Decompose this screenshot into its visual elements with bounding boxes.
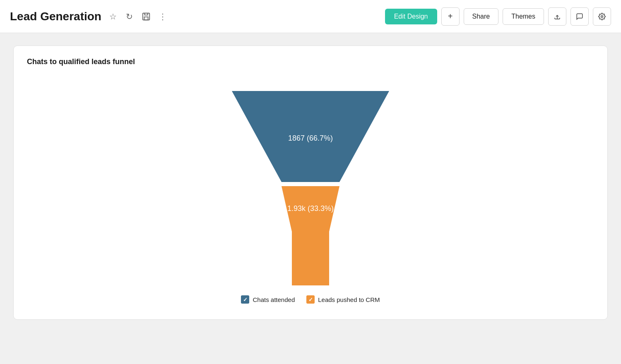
chart-legend: ✓ Chats attended ✓ Leads pushed to CRM — [241, 295, 380, 304]
funnel-container: 1867 (66.7%) 1.93k (33.3%) ✓ Chats atten… — [27, 74, 594, 308]
header: Lead Generation ☆ ↻ ⋮ Edit Design + Shar… — [0, 0, 621, 33]
add-button[interactable]: + — [441, 7, 460, 26]
header-icons: ☆ ↻ ⋮ — [107, 11, 168, 22]
edit-design-button[interactable]: Edit Design — [385, 9, 437, 24]
settings-button[interactable] — [593, 7, 611, 26]
page-title: Lead Generation — [10, 10, 101, 23]
legend-label-chats: Chats attended — [253, 296, 295, 303]
funnel-chart: 1867 (66.7%) 1.93k (33.3%) — [207, 83, 414, 285]
segment-2-label: 1.93k (33.3%) — [287, 204, 334, 213]
header-right: Edit Design + Share Themes — [385, 7, 611, 26]
refresh-icon[interactable]: ↻ — [124, 11, 135, 22]
comment-button[interactable] — [570, 7, 589, 26]
legend-label-leads: Leads pushed to CRM — [318, 296, 380, 303]
themes-button[interactable]: Themes — [503, 8, 544, 25]
share-button[interactable]: Share — [464, 8, 499, 25]
export-button[interactable] — [548, 7, 566, 26]
funnel-card: Chats to qualified leads funnel 1867 (66… — [13, 46, 608, 320]
save-icon[interactable] — [140, 11, 152, 22]
card-title: Chats to qualified leads funnel — [27, 57, 594, 66]
legend-checkbox-chats: ✓ — [241, 295, 249, 304]
header-left: Lead Generation ☆ ↻ ⋮ — [10, 10, 168, 23]
more-options-icon[interactable]: ⋮ — [157, 11, 168, 22]
segment-1-label: 1867 (66.7%) — [288, 134, 333, 142]
svg-point-2 — [601, 15, 603, 17]
legend-item-chats: ✓ Chats attended — [241, 295, 295, 304]
main-content: Chats to qualified leads funnel 1867 (66… — [0, 33, 621, 364]
legend-item-leads: ✓ Leads pushed to CRM — [306, 295, 380, 304]
star-icon[interactable]: ☆ — [107, 11, 119, 22]
svg-rect-5 — [292, 232, 329, 285]
legend-checkbox-leads: ✓ — [306, 295, 315, 304]
